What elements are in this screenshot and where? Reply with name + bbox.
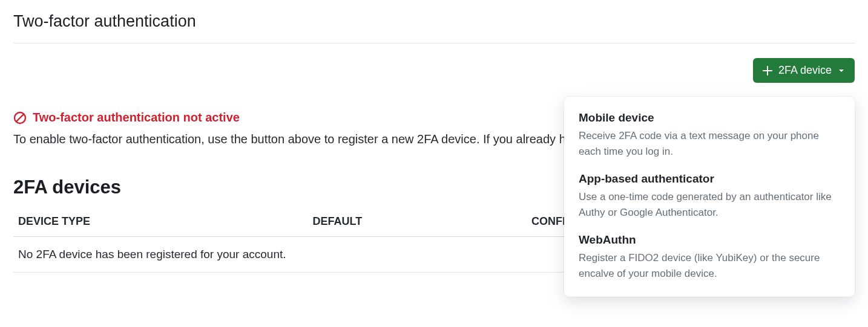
- dropdown-item-desc: Register a FIDO2 device (like YubiKey) o…: [579, 250, 840, 281]
- chevron-down-icon: [838, 67, 845, 74]
- dropdown-item-app-authenticator[interactable]: App-based authenticator Use a one-time c…: [564, 167, 855, 228]
- dropdown-item-title: Mobile device: [579, 111, 840, 125]
- dropdown-item-title: App-based authenticator: [579, 172, 840, 186]
- dropdown-item-title: WebAuthn: [579, 233, 840, 247]
- dropdown-item-mobile-device[interactable]: Mobile device Receive 2FA code via a tex…: [564, 106, 855, 167]
- dropdown-item-desc: Receive 2FA code via a text message on y…: [579, 128, 840, 159]
- dropdown-item-desc: Use a one-time code generated by an auth…: [579, 189, 840, 220]
- add-2fa-device-button[interactable]: 2FA device: [753, 58, 855, 83]
- action-row: 2FA device: [13, 44, 855, 83]
- dropdown-item-webauthn[interactable]: WebAuthn Register a FIDO2 device (like Y…: [564, 228, 855, 290]
- alert-title-text: Two-factor authentication not active: [33, 111, 240, 125]
- column-default: DEFAULT: [308, 207, 527, 237]
- add-button-label: 2FA device: [778, 64, 832, 77]
- svg-line-1: [16, 114, 24, 121]
- column-device-type: DEVICE TYPE: [13, 207, 308, 237]
- add-device-dropdown: Mobile device Receive 2FA code via a tex…: [564, 97, 855, 297]
- page-title: Two-factor authentication: [13, 12, 855, 44]
- prohibited-icon: [13, 111, 27, 125]
- plus-icon: [761, 65, 774, 77]
